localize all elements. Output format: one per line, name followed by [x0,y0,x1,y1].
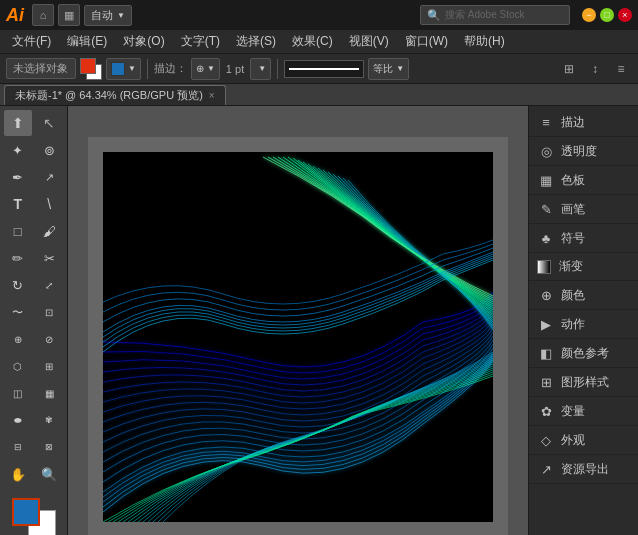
menu-edit[interactable]: 编辑(E) [59,31,115,52]
perspective-tool[interactable]: ⬡ [4,353,32,379]
zoom-tool[interactable]: 🔍 [35,461,63,487]
panel-actions[interactable]: ▶ 动作 [529,310,638,339]
workspace-dropdown[interactable]: 自动 ▼ [84,5,132,26]
rectangle-tool[interactable]: □ [4,218,32,244]
search-box[interactable]: 🔍 搜索 Adobe Stock [420,5,570,25]
curvature-tool[interactable]: ↗ [35,164,63,190]
scissors-tool[interactable]: ✂ [35,245,63,271]
brushes-panel-icon: ✎ [537,200,555,218]
menu-view[interactable]: 视图(V) [341,31,397,52]
panel-asset-export[interactable]: ↗ 资源导出 [529,455,638,484]
slice-tool[interactable]: ⊠ [35,434,63,460]
menu-object[interactable]: 对象(O) [115,31,172,52]
stroke-align-dropdown[interactable]: ⊕ ▼ [191,58,220,80]
close-button[interactable]: × [618,8,632,22]
tool-row-11: ◫ ▦ [2,380,65,406]
direct-select-tool[interactable]: ↖ [35,110,63,136]
home-icon[interactable]: ⌂ [32,4,54,26]
layout-icon[interactable]: ▦ [58,4,80,26]
tool-row-4: T \ [2,191,65,217]
panel-graphic-styles[interactable]: ⊞ 图形样式 [529,368,638,397]
panel-color-ref[interactable]: ◧ 颜色参考 [529,339,638,368]
stroke-type-dropdown[interactable]: ▼ [106,58,141,80]
tool-row-13: ⊟ ⊠ [2,434,65,460]
shape-builder-tool[interactable]: ⊕ [4,326,32,352]
color-panel-label: 颜色 [561,287,585,304]
tool-row-2: ✦ ⊚ [2,137,65,163]
magic-wand-tool[interactable]: ✦ [4,137,32,163]
ratio-dropdown[interactable]: 等比 ▼ [368,58,409,80]
toolbox: ⬆ ↖ ✦ ⊚ ✒ ↗ [0,106,68,535]
type-tool[interactable]: T [4,191,32,217]
menu-select[interactable]: 选择(S) [228,31,284,52]
free-transform-tool[interactable]: ⊡ [35,299,63,325]
title-bar: Ai ⌂ ▦ 自动 ▼ 🔍 搜索 Adobe Stock − □ × [0,0,638,30]
mesh-tool[interactable]: ⊞ [35,353,63,379]
panel-variables[interactable]: ✿ 变量 [529,397,638,426]
panel-brushes[interactable]: ✎ 画笔 [529,195,638,224]
pen-tool[interactable]: ✒ [4,164,32,190]
stroke-size-dropdown[interactable]: ▼ [250,58,271,80]
live-paint-tool[interactable]: ⊘ [35,326,63,352]
gradient-panel-icon [537,260,551,274]
panel-gradient[interactable]: 渐变 [529,253,638,281]
stroke-color-swatch[interactable] [80,58,102,80]
menu-expand-icon[interactable]: ≡ [610,58,632,80]
asset-export-panel-icon: ↗ [537,460,555,478]
tool-row-9: ⊕ ⊘ [2,326,65,352]
maximize-button[interactable]: □ [600,8,614,22]
app-logo: Ai [6,5,24,26]
pencil-tool[interactable]: ✏ [4,245,32,271]
hand-tool[interactable]: ✋ [4,461,32,487]
symbols-panel-icon: ♣ [537,229,555,247]
menu-type[interactable]: 文字(T) [173,31,228,52]
transparency-panel-icon: ◎ [537,142,555,160]
paintbrush-tool[interactable]: 🖌 [35,218,63,244]
align-icon[interactable]: ⊞ [558,58,580,80]
dropdown-arrow: ▼ [117,11,125,20]
panel-swatches[interactable]: ▦ 色板 [529,166,638,195]
panel-appearance[interactable]: ◇ 外观 [529,426,638,455]
graphic-styles-panel-icon: ⊞ [537,373,555,391]
menu-file[interactable]: 文件(F) [4,31,59,52]
blend-tool[interactable]: ⬬ [4,407,32,433]
minimize-button[interactable]: − [582,8,596,22]
gradient-tool[interactable]: ◫ [4,380,32,406]
symbol-spray-tool[interactable]: ✾ [35,407,63,433]
panel-transparency[interactable]: ◎ 透明度 [529,137,638,166]
brushes-panel-label: 画笔 [561,201,585,218]
color-area: ⊘ [2,494,65,535]
panel-symbols[interactable]: ♣ 符号 [529,224,638,253]
panel-color[interactable]: ⊕ 颜色 [529,281,638,310]
canvas-row: ⬆ ↖ ✦ ⊚ ✒ ↗ [0,106,638,535]
document-tab[interactable]: 未标题-1* @ 64.34% (RGB/GPU 预览) × [4,85,226,105]
artwork-canvas[interactable] [103,152,493,522]
gradient-panel-label: 渐变 [559,258,583,275]
artboard-tool[interactable]: ⊟ [4,434,32,460]
tab-close-button[interactable]: × [209,90,215,101]
color-ref-panel-label: 颜色参考 [561,345,609,362]
stroke-preview [284,60,364,78]
warp-tool[interactable]: 〜 [4,299,32,325]
color-panel-icon: ⊕ [537,286,555,304]
toolbar: 未选择对象 ▼ 描边： ⊕ ▼ 1 pt ▼ 等比 ▼ ⊞ ↕ ≡ [0,54,638,84]
active-color-display[interactable] [12,498,40,526]
toolbar-separator-2 [277,59,278,79]
transform-icon[interactable]: ↕ [584,58,606,80]
menu-window[interactable]: 窗口(W) [397,31,456,52]
tool-row-1: ⬆ ↖ [2,110,65,136]
panel-stroke[interactable]: ≡ 描边 [529,108,638,137]
actions-panel-icon: ▶ [537,315,555,333]
line-tool[interactable]: \ [35,191,63,217]
rotate-tool[interactable]: ↻ [4,272,32,298]
lasso-tool[interactable]: ⊚ [35,137,63,163]
menu-help[interactable]: 帮助(H) [456,31,513,52]
search-icon: 🔍 [427,9,441,22]
scale-tool[interactable]: ⤢ [35,272,63,298]
select-tool[interactable]: ⬆ [4,110,32,136]
stroke-line [289,68,359,70]
menu-effect[interactable]: 效果(C) [284,31,341,52]
graph-tool[interactable]: ▦ [35,380,63,406]
stroke-text-label: 描边： [154,61,187,76]
toolbar-separator-1 [147,59,148,79]
